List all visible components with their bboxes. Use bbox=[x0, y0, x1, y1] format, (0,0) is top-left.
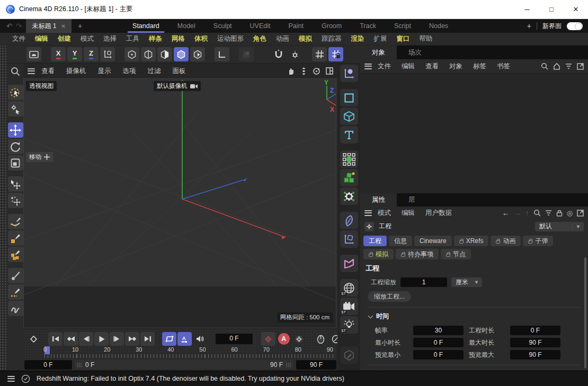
menu-file[interactable]: 文件 bbox=[7, 34, 30, 43]
deformer-icon[interactable] bbox=[340, 212, 358, 229]
object-list[interactable] bbox=[360, 73, 588, 193]
menu-extensions[interactable]: 扩展 bbox=[369, 34, 392, 43]
viewport-hamburger-icon[interactable] bbox=[28, 68, 35, 74]
range-start-field[interactable]: 0 F bbox=[24, 360, 72, 370]
light-object-icon[interactable]: ST bbox=[340, 316, 358, 334]
cursor-transform-tool-icon[interactable] bbox=[8, 176, 23, 192]
am-menu-userdata[interactable]: 用户数据 bbox=[421, 209, 457, 218]
layout-tab-standard[interactable]: Standard bbox=[123, 19, 168, 33]
menu-tracker[interactable]: 跟踪器 bbox=[317, 34, 346, 43]
menu-edit[interactable]: 编辑 bbox=[30, 34, 53, 43]
layout-tab-track[interactable]: Track bbox=[351, 19, 385, 33]
preview-range-bar[interactable]: ||| 0 F 90 F ||| bbox=[75, 360, 293, 369]
sketch-pen-tool-icon[interactable] bbox=[8, 230, 23, 246]
rotate-tool-icon[interactable] bbox=[8, 139, 23, 154]
close-button[interactable]: ✕ bbox=[564, 0, 588, 19]
lock-z-axis-button[interactable]: Z bbox=[84, 47, 99, 61]
record-navigation-icon[interactable] bbox=[314, 332, 328, 346]
scale-tool-icon[interactable] bbox=[8, 155, 23, 170]
max-time-field[interactable]: 90 F bbox=[510, 338, 560, 347]
preview-min-field[interactable]: 0 F bbox=[413, 350, 464, 360]
layout-tab-groom[interactable]: Groom bbox=[313, 19, 351, 33]
am-menu-edit[interactable]: 编辑 bbox=[397, 209, 420, 218]
null-axis-icon[interactable] bbox=[340, 230, 358, 248]
field-object-icon[interactable] bbox=[340, 150, 358, 168]
menu-render[interactable]: 渲染 bbox=[346, 34, 369, 43]
layout-tab-uvedit[interactable]: UVEdit bbox=[241, 19, 280, 33]
rectangle-spline-icon[interactable] bbox=[340, 89, 358, 106]
brush-tool-icon[interactable] bbox=[8, 268, 23, 283]
tab-takes[interactable]: 场次 bbox=[397, 46, 433, 59]
attr-tab-nodes[interactable]: 节点 bbox=[441, 249, 471, 259]
tab-attributes[interactable]: 属性 bbox=[360, 193, 397, 207]
viewport-menu-display[interactable]: 显示 bbox=[93, 67, 117, 76]
orbit-icon[interactable] bbox=[313, 67, 320, 75]
attr-tab-cineware[interactable]: Cineware bbox=[414, 236, 452, 246]
loop-playback-button[interactable] bbox=[162, 332, 176, 346]
min-time-field[interactable]: 0 F bbox=[413, 338, 464, 347]
next-key-button[interactable] bbox=[125, 332, 139, 346]
range-right-handle[interactable]: ||| bbox=[286, 362, 291, 367]
viewport-menu-panel[interactable]: 面板 bbox=[167, 67, 191, 76]
view-label[interactable]: 透视视图 bbox=[26, 81, 57, 91]
layout-tab-sculpt[interactable]: Sculpt bbox=[204, 19, 241, 33]
keyframe-record-diamond-icon[interactable] bbox=[261, 332, 275, 346]
range-left-handle[interactable]: ||| bbox=[77, 362, 82, 367]
multi-transform-tool-icon[interactable] bbox=[8, 193, 23, 208]
previous-key-button[interactable] bbox=[64, 332, 78, 346]
next-frame-button[interactable] bbox=[110, 332, 124, 346]
attr-tab-animation[interactable]: 动画 bbox=[491, 236, 521, 246]
am-forward-icon[interactable]: → bbox=[514, 209, 521, 217]
edges-mode-icon[interactable] bbox=[141, 47, 156, 61]
menu-animate[interactable]: 动画 bbox=[271, 34, 294, 43]
om-menu-tags[interactable]: 标签 bbox=[468, 62, 491, 71]
fps-field[interactable]: 30 bbox=[413, 326, 464, 335]
texture-mode-icon[interactable] bbox=[190, 47, 205, 61]
new-interface-toggle[interactable] bbox=[567, 22, 583, 30]
material-editor-icon[interactable] bbox=[340, 346, 358, 364]
redo-icon[interactable]: ↷ bbox=[16, 22, 22, 30]
quantize-grid-lock-icon[interactable] bbox=[328, 47, 343, 61]
goto-start-button[interactable] bbox=[48, 332, 63, 346]
om-menu-file[interactable]: 文件 bbox=[373, 62, 396, 71]
polygons-mode-icon[interactable] bbox=[157, 47, 172, 61]
attr-tab-project[interactable]: 工程 bbox=[363, 236, 387, 246]
sound-button[interactable] bbox=[193, 332, 207, 346]
viewport-menu-camera[interactable]: 摄像机 bbox=[61, 67, 92, 76]
menu-tools[interactable]: 工具 bbox=[121, 34, 144, 43]
am-target-icon[interactable]: ◎ bbox=[567, 209, 573, 217]
preview-max-field[interactable]: 90 F bbox=[510, 350, 560, 360]
menu-mograph[interactable]: 运动图形 bbox=[212, 34, 248, 43]
new-interface-label[interactable]: 新界面 bbox=[542, 22, 562, 31]
current-frame-field[interactable]: 0 F bbox=[216, 334, 253, 344]
pan-hand-icon[interactable] bbox=[287, 67, 295, 75]
model-mode-icon[interactable] bbox=[174, 47, 189, 61]
spline-pen-tool-icon[interactable] bbox=[8, 214, 23, 229]
om-detach-icon[interactable] bbox=[577, 63, 584, 70]
status-hamburger-icon[interactable] bbox=[7, 376, 15, 382]
om-home-icon[interactable] bbox=[553, 62, 560, 70]
points-mode-icon[interactable] bbox=[124, 47, 139, 61]
snap-magnet-icon[interactable] bbox=[271, 47, 286, 61]
layout-tab-nodes[interactable]: Nodes bbox=[420, 19, 457, 33]
workplane-icon[interactable] bbox=[215, 47, 229, 61]
viewport-canvas[interactable]: Y Z X 透视视图 默认摄像机 移动 网格间距 : 500 cm bbox=[23, 78, 336, 328]
om-search-icon[interactable] bbox=[541, 62, 548, 70]
am-up-icon[interactable]: ↑ bbox=[525, 209, 529, 217]
am-filter-icon[interactable] bbox=[545, 210, 552, 216]
attr-tab-info[interactable]: 信息 bbox=[389, 236, 412, 246]
om-menu-bookmarks[interactable]: 书签 bbox=[492, 62, 515, 71]
grid-icon[interactable] bbox=[312, 47, 327, 61]
menu-mesh[interactable]: 网格 bbox=[167, 34, 190, 43]
range-end-field[interactable]: 90 F bbox=[296, 360, 336, 370]
previous-frame-button[interactable] bbox=[79, 332, 93, 346]
attribute-scrollbar[interactable] bbox=[584, 257, 586, 369]
am-hamburger-icon[interactable] bbox=[364, 210, 372, 216]
maximize-button[interactable]: □ bbox=[539, 0, 564, 19]
document-tab[interactable]: 未标题 1 ✕ bbox=[26, 19, 71, 33]
spline-pen-icon[interactable] bbox=[340, 65, 358, 82]
om-menu-object[interactable]: 对象 bbox=[444, 62, 467, 71]
am-back-icon[interactable]: ← bbox=[502, 209, 510, 217]
time-section-header[interactable]: 时间 bbox=[369, 312, 583, 321]
menu-mode[interactable]: 模式 bbox=[76, 34, 99, 43]
